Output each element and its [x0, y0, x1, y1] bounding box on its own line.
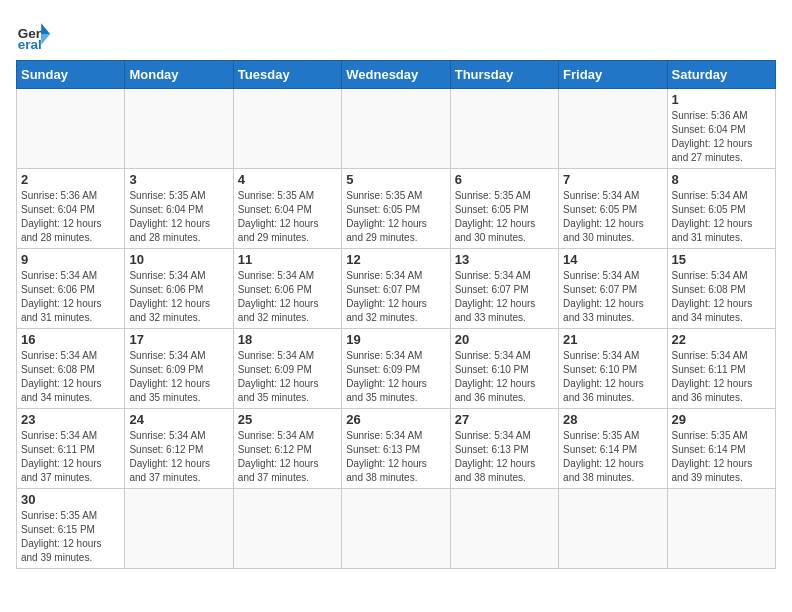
day-cell	[667, 489, 775, 569]
day-number: 20	[455, 332, 554, 347]
page-header: Gen eral	[16, 16, 776, 52]
day-number: 28	[563, 412, 662, 427]
day-cell: 26Sunrise: 5:34 AM Sunset: 6:13 PM Dayli…	[342, 409, 450, 489]
day-cell: 19Sunrise: 5:34 AM Sunset: 6:09 PM Dayli…	[342, 329, 450, 409]
day-cell: 22Sunrise: 5:34 AM Sunset: 6:11 PM Dayli…	[667, 329, 775, 409]
day-info: Sunrise: 5:34 AM Sunset: 6:09 PM Dayligh…	[238, 349, 337, 405]
day-number: 11	[238, 252, 337, 267]
day-info: Sunrise: 5:34 AM Sunset: 6:10 PM Dayligh…	[563, 349, 662, 405]
day-cell: 4Sunrise: 5:35 AM Sunset: 6:04 PM Daylig…	[233, 169, 341, 249]
day-number: 3	[129, 172, 228, 187]
day-info: Sunrise: 5:35 AM Sunset: 6:15 PM Dayligh…	[21, 509, 120, 565]
day-cell: 11Sunrise: 5:34 AM Sunset: 6:06 PM Dayli…	[233, 249, 341, 329]
day-number: 9	[21, 252, 120, 267]
day-cell	[125, 89, 233, 169]
week-row-1: 1Sunrise: 5:36 AM Sunset: 6:04 PM Daylig…	[17, 89, 776, 169]
day-number: 29	[672, 412, 771, 427]
days-header-row: SundayMondayTuesdayWednesdayThursdayFrid…	[17, 61, 776, 89]
day-number: 15	[672, 252, 771, 267]
day-number: 13	[455, 252, 554, 267]
day-info: Sunrise: 5:34 AM Sunset: 6:06 PM Dayligh…	[238, 269, 337, 325]
day-cell: 3Sunrise: 5:35 AM Sunset: 6:04 PM Daylig…	[125, 169, 233, 249]
day-info: Sunrise: 5:35 AM Sunset: 6:04 PM Dayligh…	[129, 189, 228, 245]
day-info: Sunrise: 5:36 AM Sunset: 6:04 PM Dayligh…	[672, 109, 771, 165]
day-info: Sunrise: 5:34 AM Sunset: 6:12 PM Dayligh…	[129, 429, 228, 485]
day-number: 7	[563, 172, 662, 187]
day-cell	[125, 489, 233, 569]
week-row-5: 23Sunrise: 5:34 AM Sunset: 6:11 PM Dayli…	[17, 409, 776, 489]
day-cell: 16Sunrise: 5:34 AM Sunset: 6:08 PM Dayli…	[17, 329, 125, 409]
day-cell: 30Sunrise: 5:35 AM Sunset: 6:15 PM Dayli…	[17, 489, 125, 569]
day-cell: 27Sunrise: 5:34 AM Sunset: 6:13 PM Dayli…	[450, 409, 558, 489]
day-header-sunday: Sunday	[17, 61, 125, 89]
day-cell	[17, 89, 125, 169]
day-cell: 21Sunrise: 5:34 AM Sunset: 6:10 PM Dayli…	[559, 329, 667, 409]
week-row-2: 2Sunrise: 5:36 AM Sunset: 6:04 PM Daylig…	[17, 169, 776, 249]
svg-marker-3	[41, 34, 50, 45]
day-number: 1	[672, 92, 771, 107]
day-cell: 17Sunrise: 5:34 AM Sunset: 6:09 PM Dayli…	[125, 329, 233, 409]
day-header-tuesday: Tuesday	[233, 61, 341, 89]
logo: Gen eral	[16, 16, 58, 52]
day-number: 24	[129, 412, 228, 427]
day-number: 27	[455, 412, 554, 427]
day-cell: 8Sunrise: 5:34 AM Sunset: 6:05 PM Daylig…	[667, 169, 775, 249]
day-info: Sunrise: 5:35 AM Sunset: 6:14 PM Dayligh…	[672, 429, 771, 485]
day-cell: 10Sunrise: 5:34 AM Sunset: 6:06 PM Dayli…	[125, 249, 233, 329]
day-info: Sunrise: 5:34 AM Sunset: 6:08 PM Dayligh…	[21, 349, 120, 405]
day-cell	[342, 89, 450, 169]
day-info: Sunrise: 5:34 AM Sunset: 6:07 PM Dayligh…	[563, 269, 662, 325]
day-cell	[559, 489, 667, 569]
day-header-thursday: Thursday	[450, 61, 558, 89]
calendar: SundayMondayTuesdayWednesdayThursdayFrid…	[16, 60, 776, 569]
day-info: Sunrise: 5:34 AM Sunset: 6:09 PM Dayligh…	[129, 349, 228, 405]
day-info: Sunrise: 5:35 AM Sunset: 6:14 PM Dayligh…	[563, 429, 662, 485]
day-number: 21	[563, 332, 662, 347]
day-info: Sunrise: 5:34 AM Sunset: 6:11 PM Dayligh…	[21, 429, 120, 485]
day-cell: 2Sunrise: 5:36 AM Sunset: 6:04 PM Daylig…	[17, 169, 125, 249]
day-cell: 5Sunrise: 5:35 AM Sunset: 6:05 PM Daylig…	[342, 169, 450, 249]
day-number: 4	[238, 172, 337, 187]
day-number: 16	[21, 332, 120, 347]
day-cell: 1Sunrise: 5:36 AM Sunset: 6:04 PM Daylig…	[667, 89, 775, 169]
day-number: 19	[346, 332, 445, 347]
day-number: 5	[346, 172, 445, 187]
day-number: 30	[21, 492, 120, 507]
day-number: 14	[563, 252, 662, 267]
day-number: 2	[21, 172, 120, 187]
day-cell: 15Sunrise: 5:34 AM Sunset: 6:08 PM Dayli…	[667, 249, 775, 329]
day-number: 10	[129, 252, 228, 267]
day-number: 8	[672, 172, 771, 187]
day-number: 18	[238, 332, 337, 347]
day-info: Sunrise: 5:34 AM Sunset: 6:13 PM Dayligh…	[346, 429, 445, 485]
day-cell	[233, 89, 341, 169]
day-cell: 23Sunrise: 5:34 AM Sunset: 6:11 PM Dayli…	[17, 409, 125, 489]
day-info: Sunrise: 5:35 AM Sunset: 6:04 PM Dayligh…	[238, 189, 337, 245]
day-number: 17	[129, 332, 228, 347]
day-cell	[559, 89, 667, 169]
day-cell: 20Sunrise: 5:34 AM Sunset: 6:10 PM Dayli…	[450, 329, 558, 409]
day-header-saturday: Saturday	[667, 61, 775, 89]
day-info: Sunrise: 5:34 AM Sunset: 6:07 PM Dayligh…	[346, 269, 445, 325]
day-number: 23	[21, 412, 120, 427]
day-cell: 25Sunrise: 5:34 AM Sunset: 6:12 PM Dayli…	[233, 409, 341, 489]
day-header-wednesday: Wednesday	[342, 61, 450, 89]
svg-text:eral: eral	[18, 37, 42, 52]
day-cell: 12Sunrise: 5:34 AM Sunset: 6:07 PM Dayli…	[342, 249, 450, 329]
day-info: Sunrise: 5:34 AM Sunset: 6:13 PM Dayligh…	[455, 429, 554, 485]
day-cell	[342, 489, 450, 569]
day-info: Sunrise: 5:34 AM Sunset: 6:11 PM Dayligh…	[672, 349, 771, 405]
day-info: Sunrise: 5:34 AM Sunset: 6:07 PM Dayligh…	[455, 269, 554, 325]
week-row-6: 30Sunrise: 5:35 AM Sunset: 6:15 PM Dayli…	[17, 489, 776, 569]
day-info: Sunrise: 5:34 AM Sunset: 6:05 PM Dayligh…	[672, 189, 771, 245]
day-info: Sunrise: 5:34 AM Sunset: 6:08 PM Dayligh…	[672, 269, 771, 325]
day-cell: 14Sunrise: 5:34 AM Sunset: 6:07 PM Dayli…	[559, 249, 667, 329]
day-info: Sunrise: 5:34 AM Sunset: 6:06 PM Dayligh…	[21, 269, 120, 325]
day-info: Sunrise: 5:34 AM Sunset: 6:12 PM Dayligh…	[238, 429, 337, 485]
day-cell: 28Sunrise: 5:35 AM Sunset: 6:14 PM Dayli…	[559, 409, 667, 489]
day-info: Sunrise: 5:36 AM Sunset: 6:04 PM Dayligh…	[21, 189, 120, 245]
day-info: Sunrise: 5:34 AM Sunset: 6:06 PM Dayligh…	[129, 269, 228, 325]
day-number: 22	[672, 332, 771, 347]
logo-icon: Gen eral	[16, 16, 52, 52]
day-info: Sunrise: 5:35 AM Sunset: 6:05 PM Dayligh…	[455, 189, 554, 245]
